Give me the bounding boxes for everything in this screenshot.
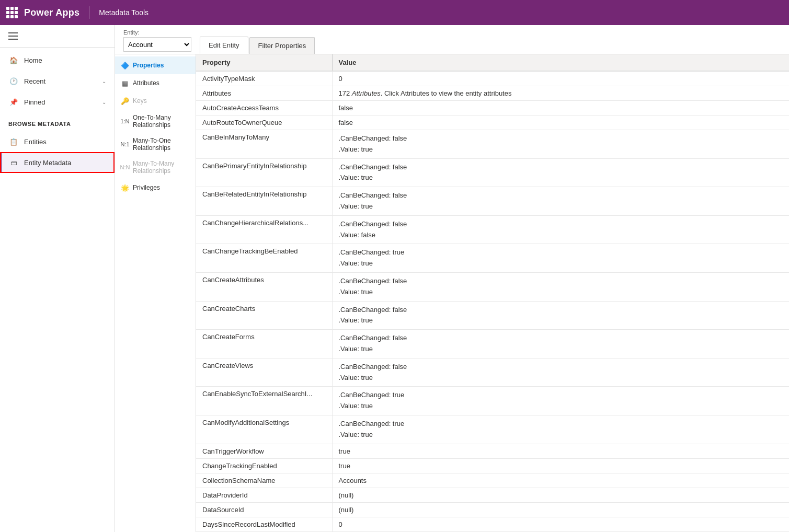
nav-toggle[interactable] xyxy=(0,25,115,48)
prop-name-cell: CanBeRelatedEntityInRelationship xyxy=(196,187,332,216)
section-label-properties: Properties xyxy=(133,62,164,69)
section-item-attributes[interactable]: ▦ Attributes xyxy=(115,74,196,92)
section-label-many-to-many: Many-To-Many Relationships xyxy=(133,160,190,175)
section-item-keys: 🔑 Keys xyxy=(115,92,196,110)
prop-name-cell: CollectionSchemaName xyxy=(196,473,332,488)
prop-name-cell: ActivityTypeMask xyxy=(196,71,332,86)
nav-section-main: 🏠 Home 🕐 Recent ⌄ 📌 Pinned ⌄ xyxy=(0,48,115,114)
prop-value-cell: false xyxy=(332,101,789,115)
prop-value-cell: .CanBeChanged: true .Value: true xyxy=(332,387,789,415)
properties-pane: Property Value ActivityTypeMask0Attribut… xyxy=(196,54,789,532)
table-row: ActivityTypeMask0 xyxy=(196,71,789,86)
prop-name-cell: DaysSinceRecordLastModified xyxy=(196,517,332,531)
app-grid-icon[interactable] xyxy=(6,7,18,18)
prop-value-cell: 0 xyxy=(332,71,789,86)
attributes-icon: ▦ xyxy=(120,78,130,88)
keys-icon: 🔑 xyxy=(120,96,130,106)
table-row: CollectionSchemaNameAccounts xyxy=(196,473,789,488)
table-row: CanCreateCharts.CanBeChanged: false .Val… xyxy=(196,301,789,330)
table-row: ChangeTrackingEnabledtrue xyxy=(196,458,789,473)
section-item-many-to-many: N:N Many-To-Many Relationships xyxy=(115,156,196,179)
prop-value-cell: (null) xyxy=(332,502,789,517)
tab-edit-entity[interactable]: Edit Entity xyxy=(200,37,248,54)
recent-expand-icon: ⌄ xyxy=(102,78,106,84)
prop-value-cell: (null) xyxy=(332,488,789,502)
many-to-many-icon: N:N xyxy=(120,163,130,172)
section-item-privileges[interactable]: 🌟 Privileges xyxy=(115,179,196,196)
prop-name-cell: DataProviderId xyxy=(196,488,332,502)
entity-label: Entity: xyxy=(123,29,191,36)
one-to-many-icon: 1:N xyxy=(120,117,130,126)
prop-name-cell: CanModifyAdditionalSettings xyxy=(196,415,332,444)
nav-entity-metadata-label: Entity Metadata xyxy=(24,159,71,167)
prop-name-cell: ChangeTrackingEnabled xyxy=(196,458,332,473)
tab-filter-properties[interactable]: Filter Properties xyxy=(249,37,315,54)
prop-name-cell: AutoCreateAccessTeams xyxy=(196,101,332,115)
section-item-one-to-many[interactable]: 1:N One-To-Many Relationships xyxy=(115,110,196,133)
section-label-keys: Keys xyxy=(133,97,147,105)
recent-icon: 🕐 xyxy=(8,76,19,86)
prop-name-cell: CanCreateViews xyxy=(196,358,332,387)
table-row: DataProviderId(null) xyxy=(196,488,789,502)
entity-bar: Entity: Account Edit Entity Filter Prope… xyxy=(115,25,789,54)
prop-value-cell: 172 Attributes. Click Attributes to view… xyxy=(332,86,789,101)
content-area: Entity: Account Edit Entity Filter Prope… xyxy=(115,25,789,532)
entity-selector-group: Entity: Account xyxy=(123,29,191,54)
prop-name-cell: CanCreateForms xyxy=(196,330,332,358)
many-to-one-icon: N:1 xyxy=(120,140,130,149)
table-row: CanBeRelatedEntityInRelationship.CanBeCh… xyxy=(196,187,789,216)
split-pane: 🔷 Properties ▦ Attributes 🔑 Keys 1:N One… xyxy=(115,54,789,532)
nav-section-browse: 📋 Entities 🗃 Entity Metadata xyxy=(0,129,115,175)
section-label-attributes: Attributes xyxy=(133,79,159,87)
section-label-privileges: Privileges xyxy=(133,184,160,191)
section-item-many-to-one[interactable]: N:1 Many-To-One Relationships xyxy=(115,133,196,156)
entities-icon: 📋 xyxy=(8,136,19,147)
nav-pinned[interactable]: 📌 Pinned ⌄ xyxy=(0,91,115,112)
table-row: DataSourceId(null) xyxy=(196,502,789,517)
section-item-properties[interactable]: 🔷 Properties xyxy=(115,56,196,74)
table-row: CanModifyAdditionalSettings.CanBeChanged… xyxy=(196,415,789,444)
hamburger-icon[interactable] xyxy=(8,32,18,40)
col-header-property: Property xyxy=(196,54,332,71)
properties-icon: 🔷 xyxy=(120,61,130,70)
prop-value-cell: Accounts xyxy=(332,473,789,488)
browse-metadata-label: Browse Metadata xyxy=(0,114,115,129)
prop-name-cell: CanChangeHierarchicalRelations... xyxy=(196,215,332,244)
prop-name-cell: AutoRouteToOwnerQueue xyxy=(196,115,332,130)
section-nav: 🔷 Properties ▦ Attributes 🔑 Keys 1:N One… xyxy=(115,54,196,532)
nav-entities[interactable]: 📋 Entities xyxy=(0,131,115,152)
section-label-many-to-one: Many-To-One Relationships xyxy=(133,137,190,152)
table-row: CanBePrimaryEntityInRelationship.CanBeCh… xyxy=(196,158,789,187)
prop-value-cell: .CanBeChanged: true .Value: true xyxy=(332,244,789,273)
prop-value-cell: true xyxy=(332,458,789,473)
home-icon: 🏠 xyxy=(8,55,19,65)
nav-recent[interactable]: 🕐 Recent ⌄ xyxy=(0,71,115,91)
nav-entities-label: Entities xyxy=(24,138,47,146)
prop-value-cell: true xyxy=(332,444,789,458)
table-row: CanCreateViews.CanBeChanged: false .Valu… xyxy=(196,358,789,387)
topbar-divider xyxy=(89,6,89,19)
nav-home-label: Home xyxy=(24,56,42,64)
prop-name-cell: CanTriggerWorkflow xyxy=(196,444,332,458)
tool-name: Metadata Tools xyxy=(99,8,148,17)
table-row: CanEnableSyncToExternalSearchI....CanBeC… xyxy=(196,387,789,415)
prop-name-cell: CanChangeTrackingBeEnabled xyxy=(196,244,332,273)
properties-table: Property Value ActivityTypeMask0Attribut… xyxy=(196,54,789,532)
pinned-expand-icon: ⌄ xyxy=(102,99,106,105)
prop-value-cell: .CanBeChanged: false .Value: true xyxy=(332,130,789,159)
entity-select[interactable]: Account xyxy=(123,37,191,52)
prop-name-cell: CanBeInManyToMany xyxy=(196,130,332,159)
prop-value-cell: .CanBeChanged: false .Value: true xyxy=(332,272,789,301)
app-name: Power Apps xyxy=(24,7,79,18)
nav-entity-metadata[interactable]: 🗃 Entity Metadata xyxy=(0,152,115,173)
table-row: CanCreateForms.CanBeChanged: false .Valu… xyxy=(196,330,789,358)
prop-value-cell: .CanBeChanged: true .Value: true xyxy=(332,415,789,444)
nav-home[interactable]: 🏠 Home xyxy=(0,50,115,71)
pin-icon: 📌 xyxy=(8,97,19,107)
table-row: AutoRouteToOwnerQueuefalse xyxy=(196,115,789,130)
prop-value-cell: .CanBeChanged: false .Value: true xyxy=(332,301,789,330)
table-row: CanTriggerWorkflowtrue xyxy=(196,444,789,458)
topbar: Power Apps Metadata Tools xyxy=(0,0,789,25)
prop-name-cell: CanCreateCharts xyxy=(196,301,332,330)
table-row: CanCreateAttributes.CanBeChanged: false … xyxy=(196,272,789,301)
